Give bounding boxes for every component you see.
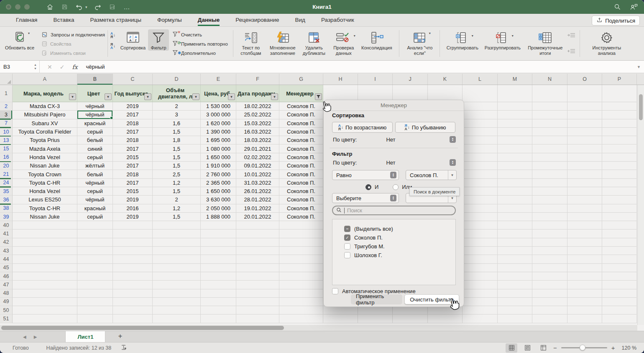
empty-cell[interactable]: [153, 289, 201, 298]
data-cell[interactable]: 3 630 000: [201, 196, 236, 204]
row-header-39[interactable]: 39: [0, 213, 13, 221]
data-cell[interactable]: 28.01.2022: [236, 196, 279, 204]
vertical-scrollbar[interactable]: [637, 85, 644, 325]
empty-cell[interactable]: [532, 289, 567, 298]
data-cell[interactable]: 16.03.2022: [236, 128, 279, 136]
filter-list-item[interactable]: Шолохов Г.: [344, 251, 455, 260]
empty-cell[interactable]: [567, 229, 602, 238]
data-cell[interactable]: Соколов П.: [279, 153, 323, 162]
empty-cell[interactable]: [567, 255, 602, 263]
empty-cell[interactable]: [532, 153, 567, 162]
data-cell[interactable]: 1 650 000: [201, 153, 236, 162]
empty-cell[interactable]: [498, 85, 532, 102]
empty-cell[interactable]: [498, 264, 532, 272]
empty-cell[interactable]: [532, 247, 567, 255]
empty-cell[interactable]: [236, 281, 279, 289]
column-header-D[interactable]: D: [153, 74, 201, 85]
empty-cell[interactable]: [463, 221, 498, 229]
name-box[interactable]: B3 ▲▼: [0, 61, 40, 73]
column-header-N[interactable]: N: [532, 74, 567, 85]
empty-cell[interactable]: [498, 255, 532, 263]
page-layout-view-icon[interactable]: [521, 343, 533, 353]
row-header-47[interactable]: 47: [0, 281, 13, 289]
clear-filter-button[interactable]: Очистить фильтр: [404, 294, 459, 304]
insert-function-icon[interactable]: fx: [72, 64, 77, 70]
data-cell[interactable]: 1,5: [153, 128, 201, 136]
empty-cell[interactable]: [13, 298, 77, 306]
sort-ascending-icon[interactable]: АЯ↓: [110, 32, 115, 39]
empty-cell[interactable]: [13, 264, 77, 272]
empty-cell[interactable]: [532, 221, 567, 229]
row-header-10[interactable]: 10: [0, 128, 13, 136]
data-cell[interactable]: Соколов П.: [279, 213, 323, 221]
empty-cell[interactable]: [13, 314, 77, 323]
filter-dropdown-button-F[interactable]: ▼: [271, 93, 278, 100]
empty-cell[interactable]: [236, 314, 279, 323]
analysis-tools-button[interactable]: Инструменты анализа: [587, 30, 627, 56]
data-cell[interactable]: 3 000 000: [201, 111, 236, 119]
empty-cell[interactable]: [153, 281, 201, 289]
empty-cell[interactable]: [602, 111, 637, 119]
empty-cell[interactable]: [602, 289, 637, 298]
data-cell[interactable]: 02.02.2022: [236, 153, 279, 162]
data-cell[interactable]: чёрный: [77, 111, 113, 119]
empty-cell[interactable]: [532, 314, 567, 323]
data-cell[interactable]: серый: [77, 187, 113, 196]
search-icon[interactable]: [613, 3, 621, 11]
data-cell[interactable]: Соколов П.: [279, 128, 323, 136]
data-cell[interactable]: чёрный: [77, 179, 113, 187]
empty-cell[interactable]: [77, 298, 113, 306]
empty-cell[interactable]: [602, 85, 637, 102]
tab-review[interactable]: Рецензирование: [235, 14, 279, 26]
add-sheet-icon[interactable]: +: [118, 332, 122, 340]
second-condition-dropdown[interactable]: Выберите ▲▼: [332, 193, 399, 203]
row-header-40[interactable]: 40: [0, 221, 13, 229]
filter-dropdown-button-A[interactable]: ▼: [69, 93, 76, 100]
empty-cell[interactable]: [201, 247, 236, 255]
empty-cell[interactable]: [113, 272, 153, 281]
empty-cell[interactable]: [532, 136, 567, 144]
empty-cell[interactable]: [532, 128, 567, 136]
empty-cell[interactable]: [463, 213, 498, 221]
empty-cell[interactable]: [567, 272, 602, 281]
empty-cell[interactable]: [236, 255, 279, 263]
empty-cell[interactable]: [77, 255, 113, 263]
data-cell[interactable]: 1,5: [153, 187, 201, 196]
empty-cell[interactable]: [567, 162, 602, 170]
empty-cell[interactable]: [498, 128, 532, 136]
empty-cell[interactable]: [532, 272, 567, 281]
data-cell[interactable]: 2 365 000: [201, 179, 236, 187]
empty-cell[interactable]: [13, 247, 77, 255]
empty-cell[interactable]: [498, 221, 532, 229]
empty-cell[interactable]: [77, 221, 113, 229]
empty-cell[interactable]: [463, 187, 498, 196]
data-cell[interactable]: белый: [77, 170, 113, 178]
empty-cell[interactable]: [201, 238, 236, 247]
empty-cell[interactable]: [602, 144, 637, 153]
empty-cell[interactable]: [236, 221, 279, 229]
data-cell[interactable]: серый: [77, 128, 113, 136]
row-header-3[interactable]: 3: [0, 111, 13, 119]
data-cell[interactable]: красный: [77, 119, 113, 128]
data-cell[interactable]: 2 050 000: [201, 204, 236, 213]
data-cell[interactable]: Mazda Axela: [13, 144, 77, 153]
empty-cell[interactable]: [201, 289, 236, 298]
filter-value-combo[interactable]: Соколов П. ▼: [406, 170, 457, 180]
select-all-corner[interactable]: [0, 74, 13, 85]
empty-cell[interactable]: [532, 298, 567, 306]
empty-cell[interactable]: [279, 221, 323, 229]
tab-page-layout[interactable]: Разметка страницы: [90, 14, 141, 26]
data-cell[interactable]: 25.02.2022: [236, 111, 279, 119]
empty-cell[interactable]: [13, 281, 77, 289]
empty-cell[interactable]: [498, 247, 532, 255]
empty-cell[interactable]: [279, 255, 323, 263]
empty-cell[interactable]: [463, 298, 498, 306]
empty-cell[interactable]: [567, 187, 602, 196]
filter-button[interactable]: Фильтр: [148, 29, 169, 51]
minimize-window-button[interactable]: [15, 4, 20, 10]
data-cell[interactable]: 1,5: [153, 144, 201, 153]
empty-cell[interactable]: [323, 306, 358, 314]
data-cell[interactable]: красный: [77, 204, 113, 213]
data-cell[interactable]: 2017: [113, 128, 153, 136]
empty-cell[interactable]: [279, 289, 323, 298]
